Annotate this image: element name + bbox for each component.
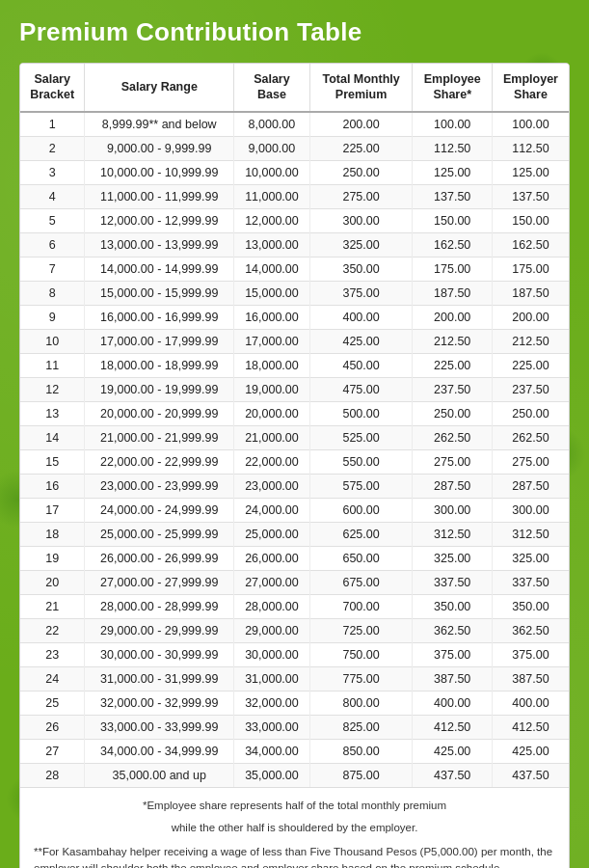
cell-base: 17,000.00: [234, 329, 310, 353]
cell-employee: 200.00: [413, 305, 492, 329]
cell-base: 15,000.00: [234, 281, 310, 305]
cell-range: 21,000.00 - 21,999.99: [85, 425, 234, 449]
cell-total: 675.00: [309, 570, 413, 594]
table-row: 2128,000.00 - 28,999.9928,000.00700.0035…: [20, 594, 569, 618]
cell-total: 800.00: [309, 691, 413, 715]
table-row: 1421,000.00 - 21,999.9921,000.00525.0026…: [20, 425, 569, 449]
cell-employee: 412.50: [413, 715, 492, 739]
table-row: 613,000.00 - 13,999.9913,000.00325.00162…: [20, 232, 569, 257]
cell-total: 625.00: [309, 522, 413, 546]
cell-employee: 350.00: [413, 594, 492, 618]
cell-bracket: 16: [20, 474, 85, 498]
cell-base: 30,000.00: [234, 642, 310, 666]
cell-employee: 337.50: [413, 570, 492, 594]
cell-bracket: 2: [20, 136, 85, 160]
cell-bracket: 20: [20, 570, 85, 594]
cell-bracket: 10: [20, 329, 85, 353]
cell-employee: 112.50: [413, 136, 492, 160]
cell-employee: 250.00: [413, 401, 492, 425]
table-row: 1926,000.00 - 26,999.9926,000.00650.0032…: [20, 546, 569, 570]
table-row: 1724,000.00 - 24,999.9924,000.00600.0030…: [20, 498, 569, 522]
cell-range: 18,000.00 - 18,999.99: [85, 353, 234, 377]
cell-range: 28,000.00 - 28,999.99: [85, 594, 234, 618]
table-row: 2835,000.00 and up35,000.00875.00437.504…: [20, 763, 569, 787]
cell-employer: 150.00: [492, 208, 569, 232]
cell-employer: 312.50: [492, 522, 569, 546]
cell-range: 16,000.00 - 16,999.99: [85, 305, 234, 329]
header-bracket: SalaryBracket: [20, 64, 85, 112]
table-row: 411,000.00 - 11,999.9911,000.00275.00137…: [20, 184, 569, 208]
cell-employee: 287.50: [413, 474, 492, 498]
cell-range: 30,000.00 - 30,999.99: [85, 642, 234, 666]
cell-total: 725.00: [309, 618, 413, 642]
cell-employee: 262.50: [413, 425, 492, 449]
cell-total: 225.00: [309, 136, 413, 160]
cell-employee: 275.00: [413, 449, 492, 474]
cell-employee: 375.00: [413, 642, 492, 666]
cell-bracket: 24: [20, 666, 85, 691]
table-row: 1623,000.00 - 23,999.9923,000.00575.0028…: [20, 474, 569, 498]
cell-base: 32,000.00: [234, 691, 310, 715]
cell-total: 325.00: [309, 232, 413, 257]
table-row: 2734,000.00 - 34,999.9934,000.00850.0042…: [20, 739, 569, 763]
cell-range: 17,000.00 - 17,999.99: [85, 329, 234, 353]
cell-employer: 275.00: [492, 449, 569, 474]
cell-employer: 100.00: [492, 112, 569, 137]
cell-base: 29,000.00: [234, 618, 310, 642]
cell-employer: 212.50: [492, 329, 569, 353]
cell-total: 575.00: [309, 474, 413, 498]
footnote-1-line2: while the other half is shouldered by th…: [34, 820, 555, 836]
cell-base: 14,000.00: [234, 257, 310, 281]
cell-total: 275.00: [309, 184, 413, 208]
cell-base: 33,000.00: [234, 715, 310, 739]
cell-range: 27,000.00 - 27,999.99: [85, 570, 234, 594]
cell-bracket: 11: [20, 353, 85, 377]
cell-range: 31,000.00 - 31,999.99: [85, 666, 234, 691]
cell-total: 475.00: [309, 377, 413, 401]
cell-employee: 425.00: [413, 739, 492, 763]
header-employee: EmployeeShare*: [413, 64, 492, 112]
cell-base: 22,000.00: [234, 449, 310, 474]
cell-employee: 187.50: [413, 281, 492, 305]
cell-total: 375.00: [309, 281, 413, 305]
cell-bracket: 23: [20, 642, 85, 666]
table-row: 1118,000.00 - 18,999.9918,000.00450.0022…: [20, 353, 569, 377]
cell-employee: 437.50: [413, 763, 492, 787]
cell-range: 15,000.00 - 15,999.99: [85, 281, 234, 305]
cell-range: 12,000.00 - 12,999.99: [85, 208, 234, 232]
cell-base: 19,000.00: [234, 377, 310, 401]
table-row: 1320,000.00 - 20,999.9920,000.00500.0025…: [20, 401, 569, 425]
cell-base: 13,000.00: [234, 232, 310, 257]
cell-bracket: 25: [20, 691, 85, 715]
cell-total: 700.00: [309, 594, 413, 618]
cell-range: 11,000.00 - 11,999.99: [85, 184, 234, 208]
cell-range: 25,000.00 - 25,999.99: [85, 522, 234, 546]
cell-base: 31,000.00: [234, 666, 310, 691]
cell-employer: 262.50: [492, 425, 569, 449]
cell-range: 24,000.00 - 24,999.99: [85, 498, 234, 522]
cell-employer: 362.50: [492, 618, 569, 642]
cell-base: 10,000.00: [234, 160, 310, 184]
cell-employee: 137.50: [413, 184, 492, 208]
cell-total: 350.00: [309, 257, 413, 281]
cell-base: 21,000.00: [234, 425, 310, 449]
table-row: 18,999.99** and below8,000.00200.00100.0…: [20, 112, 569, 137]
header-base: SalaryBase: [234, 64, 310, 112]
cell-employer: 225.00: [492, 353, 569, 377]
cell-bracket: 4: [20, 184, 85, 208]
contribution-table: SalaryBracket Salary Range SalaryBase To…: [20, 64, 569, 787]
cell-base: 24,000.00: [234, 498, 310, 522]
cell-bracket: 22: [20, 618, 85, 642]
table-row: 1825,000.00 - 25,999.9925,000.00625.0031…: [20, 522, 569, 546]
table-row: 714,000.00 - 14,999.9914,000.00350.00175…: [20, 257, 569, 281]
cell-employer: 200.00: [492, 305, 569, 329]
cell-range: 22,000.00 - 22,999.99: [85, 449, 234, 474]
cell-total: 500.00: [309, 401, 413, 425]
cell-total: 825.00: [309, 715, 413, 739]
cell-range: 9,000.00 - 9,999.99: [85, 136, 234, 160]
cell-employer: 350.00: [492, 594, 569, 618]
cell-employee: 125.00: [413, 160, 492, 184]
cell-employer: 412.50: [492, 715, 569, 739]
cell-bracket: 17: [20, 498, 85, 522]
table-row: 2027,000.00 - 27,999.9927,000.00675.0033…: [20, 570, 569, 594]
